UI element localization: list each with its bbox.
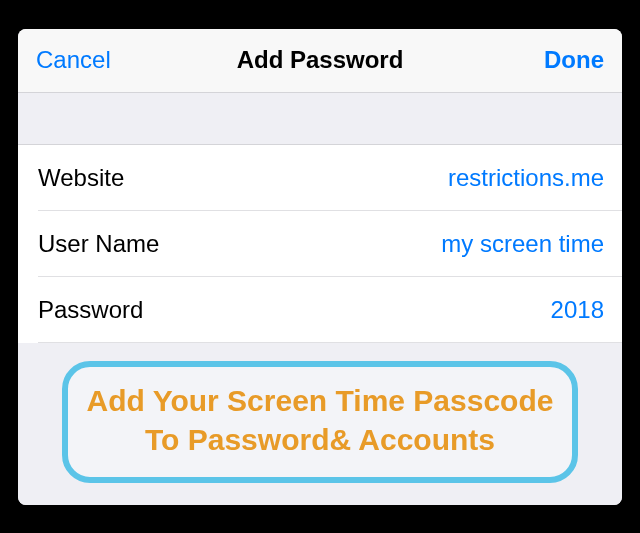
password-label: Password: [38, 296, 143, 324]
username-row[interactable]: User Name: [18, 211, 622, 277]
section-spacer: [18, 93, 622, 145]
password-input[interactable]: [264, 296, 604, 324]
cancel-button[interactable]: Cancel: [36, 46, 131, 74]
website-row[interactable]: Website: [18, 145, 622, 211]
callout-container: Add Your Screen Time Passcode To Passwor…: [18, 343, 622, 505]
website-label: Website: [38, 164, 124, 192]
username-input[interactable]: [264, 230, 604, 258]
password-row[interactable]: Password: [18, 277, 622, 343]
navigation-bar: Cancel Add Password Done: [18, 29, 622, 93]
page-title: Add Password: [237, 46, 404, 74]
instruction-callout: Add Your Screen Time Passcode To Passwor…: [62, 361, 578, 483]
website-input[interactable]: [264, 164, 604, 192]
instruction-text: Add Your Screen Time Passcode To Passwor…: [78, 381, 562, 459]
username-label: User Name: [38, 230, 159, 258]
add-password-screen: Cancel Add Password Done Website User Na…: [18, 29, 622, 505]
done-button[interactable]: Done: [509, 46, 604, 74]
